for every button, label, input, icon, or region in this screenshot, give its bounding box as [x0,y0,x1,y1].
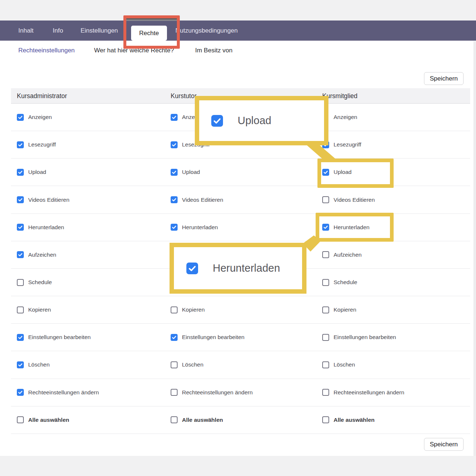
main-tab-bar: Inhalt Info Einstellungen Rechte Nutzung… [0,21,476,41]
permission-cell: Videos Editieren [17,186,70,213]
permission-label: Videos Editieren [334,197,375,203]
permission-cell: Einstellungen bearbeiten [322,324,396,351]
page-top-band [0,0,476,21]
checkbox-checked[interactable] [171,169,178,176]
checkbox-unchecked[interactable] [322,279,329,286]
tab-nutzungsbedingungen[interactable]: Nutzungsbedingungen [175,21,238,41]
column-header-kurstutor: Kurstutor [171,88,197,104]
permission-label: Alle auswählen [182,417,223,423]
checkbox-checked[interactable] [171,114,178,121]
scrollbar-track[interactable] [473,41,476,456]
checkbox-unchecked[interactable] [322,334,329,341]
permission-cell: Herunterladen [171,214,218,241]
permission-label: Löschen [334,361,355,368]
permission-label: Videos Editieren [182,197,223,203]
checkbox-unchecked[interactable] [322,416,329,423]
column-header-kursadministrator: Kursadministrator [17,88,67,104]
tab-info[interactable]: Info [53,21,63,41]
permission-label: Lesezugriff [334,141,361,148]
checkbox-checked[interactable] [17,251,24,258]
permission-cell: Kopieren [171,296,205,323]
checkbox-checked[interactable] [17,334,24,341]
checkbox-unchecked[interactable] [322,361,329,368]
checkbox-checked[interactable] [171,224,178,231]
table-row: HerunterladenHerunterladenHerunterladen [11,214,470,241]
permission-label: Alle auswählen [28,417,69,423]
checkbox-unchecked[interactable] [322,306,329,313]
subtab-im-besitz-von[interactable]: Im Besitz von [195,45,233,56]
permission-label: Videos Editieren [28,197,70,203]
checkbox-checked[interactable] [171,334,178,341]
permission-label: Herunterladen [182,224,218,231]
permission-label: Anzeigen [334,114,357,120]
table-row: KopierenKopierenKopieren [11,296,470,324]
permission-label: Einstellungen bearbeiten [334,334,396,341]
checkbox-unchecked[interactable] [171,306,178,313]
checkbox-unchecked[interactable] [171,416,178,423]
table-row: LöschenLöschenLöschen [11,351,470,379]
permission-label: Aufzeichen [28,252,56,258]
checkbox-unchecked[interactable] [17,416,24,423]
checkbox-checked[interactable] [186,263,198,274]
permissions-page: Inhalt Info Einstellungen Rechte Nutzung… [0,0,476,476]
permission-label: Herunterladen [28,224,64,231]
table-row: UploadUploadUpload [11,159,470,186]
checkbox-checked[interactable] [17,361,24,368]
permission-label: Kopieren [28,306,51,313]
permission-cell: Einstellungen bearbeiten [171,324,245,351]
permission-label: Schedule [28,279,52,286]
save-button-bottom[interactable]: Speichern [424,438,464,451]
callout-label: Herunterladen [213,262,280,274]
permission-label: Rechteeinstellungen ändern [182,389,253,396]
permission-cell: Rechteeinstellungen ändern [322,379,404,406]
checkbox-checked[interactable] [17,389,24,396]
permission-label: Schedule [334,279,357,286]
permission-cell: Videos Editieren [171,186,223,213]
checkbox-checked[interactable] [17,196,24,203]
permission-label: Löschen [28,361,50,368]
table-row: Videos EditierenVideos EditierenVideos E… [11,186,470,213]
permission-cell: Alle auswählen [17,406,69,434]
permission-cell: Rechteeinstellungen ändern [171,379,253,406]
permission-cell: Upload [17,159,46,186]
save-button-top[interactable]: Speichern [424,72,464,85]
permission-label: Kopieren [182,306,205,313]
permission-cell: Schedule [17,269,52,296]
checkbox-unchecked[interactable] [17,306,24,313]
checkbox-checked[interactable] [17,141,24,148]
permission-cell: Schedule [322,269,357,296]
checkbox-checked[interactable] [17,169,24,176]
checkbox-unchecked[interactable] [322,251,329,258]
permission-cell: Alle auswählen [322,406,375,434]
callout-herunterladen: Herunterladen [170,243,306,294]
page-footer-band [0,456,476,476]
checkbox-unchecked[interactable] [322,196,329,203]
checkbox-checked[interactable] [17,114,24,121]
permission-cell: Löschen [171,351,204,378]
checkbox-unchecked[interactable] [17,279,24,286]
permission-cell: Aufzeichen [322,241,362,268]
permission-label: Löschen [182,361,204,368]
permission-label: Upload [28,169,46,175]
annotation-red-box [123,15,180,49]
permission-cell: Rechteeinstellungen ändern [17,379,99,406]
tab-einstellungen[interactable]: Einstellungen [81,21,118,41]
permission-cell: Videos Editieren [322,186,375,213]
permission-label: Aufzeichen [334,252,362,258]
callout-upload: Upload [195,96,328,145]
checkbox-checked[interactable] [171,196,178,203]
checkbox-unchecked[interactable] [171,361,178,368]
checkbox-checked[interactable] [171,141,178,148]
checkbox-checked[interactable] [17,224,24,231]
tab-inhalt[interactable]: Inhalt [18,21,34,41]
checkbox-checked[interactable] [211,115,223,127]
permission-cell: Herunterladen [17,214,64,241]
permission-cell: Einstellungen bearbeiten [17,324,91,351]
subtab-rechteeinstellungen[interactable]: Rechteeinstellungen [18,45,75,56]
permission-cell: Löschen [322,351,355,378]
permission-label: Rechteeinstellungen ändern [28,389,99,396]
permission-label: Upload [182,169,200,175]
checkbox-unchecked[interactable] [322,389,329,396]
checkbox-unchecked[interactable] [171,389,178,396]
permission-cell: Löschen [17,351,50,378]
